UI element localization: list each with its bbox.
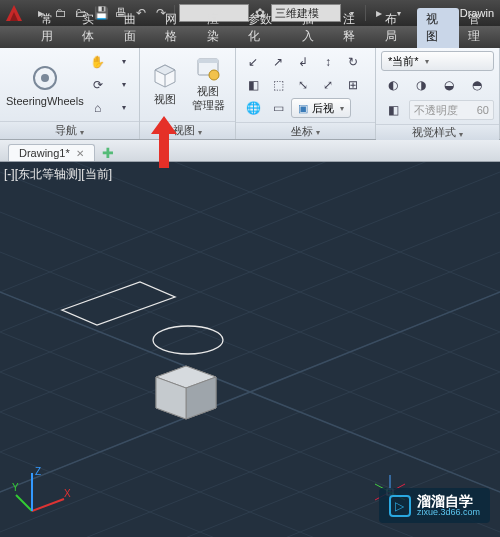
svg-point-1 <box>41 74 49 82</box>
tab-surface[interactable]: 曲面 <box>115 8 156 48</box>
vs-icon-1[interactable]: ◐ <box>381 74 405 96</box>
ucs-icon-4[interactable]: ↕ <box>316 51 340 73</box>
vs-icon-3[interactable]: ◒ <box>437 74 461 96</box>
steeringwheels-icon <box>30 63 60 93</box>
view-mgr-label1: 视图 <box>197 84 219 99</box>
grid-background <box>0 162 500 537</box>
ucs-icon-3[interactable]: ↲ <box>291 51 315 73</box>
rear-view-dd[interactable]: ▣后视 <box>291 98 351 118</box>
ucs-icon-2[interactable]: ↗ <box>266 51 290 73</box>
svg-rect-3 <box>198 59 218 63</box>
opacity-value: 60 <box>477 104 489 116</box>
panel-view: 视图 视图 管理器 视图 <box>140 48 236 139</box>
vs-icon-4[interactable]: ◓ <box>465 74 489 96</box>
nav-dd2-icon[interactable]: ▾ <box>112 74 136 96</box>
zoom-extents-icon[interactable]: ⌂ <box>86 97 110 119</box>
tab-home[interactable]: 常用 <box>32 8 73 48</box>
tab-layout[interactable]: 布局 <box>376 8 417 48</box>
panel-coords-title: 坐标 <box>291 124 313 139</box>
panel-nav-dd-icon[interactable] <box>80 125 84 137</box>
tab-manage[interactable]: 管理 <box>459 8 500 48</box>
new-tab-button[interactable]: ✚ <box>99 145 117 161</box>
svg-text:Z: Z <box>35 466 41 477</box>
panel-nav: SteeringWheels ✋ ⟳ ⌂ ▾ ▾ ▾ 导航 <box>0 48 140 139</box>
ucs-icon-8[interactable]: ⤡ <box>291 74 315 96</box>
watermark: ▷ 溜溜自学 zixue.3d66.com <box>379 488 490 523</box>
file-tab-drawing1[interactable]: Drawing1* ✕ <box>8 144 95 161</box>
ucs-icon-7[interactable]: ⬚ <box>266 74 290 96</box>
opacity-label: 不透明度 <box>414 103 458 118</box>
play-icon: ▷ <box>389 495 411 517</box>
tab-view[interactable]: 视图 <box>417 8 458 48</box>
view-mgr-label2: 管理器 <box>192 98 225 113</box>
ucs-world-icon[interactable]: 🌐 <box>241 97 265 119</box>
tab-annot[interactable]: 注释 <box>334 8 375 48</box>
panel-visual: *当前* ◐ ◑ ◒ ◓ ◧ 不透明度 60 视觉样式 <box>376 48 500 139</box>
svg-line-33 <box>32 499 64 511</box>
pan-icon[interactable]: ✋ <box>86 51 110 73</box>
ucs-icon-10[interactable]: ⊞ <box>341 74 365 96</box>
panel-nav-title: 导航 <box>55 123 77 138</box>
file-tabs: Drawing1* ✕ ✚ <box>0 140 500 162</box>
ucs-icon-9[interactable]: ⤢ <box>316 74 340 96</box>
svg-line-35 <box>16 495 32 511</box>
panel-view-title: 视图 <box>173 123 195 138</box>
app-logo[interactable] <box>0 0 28 26</box>
file-tab-label: Drawing1* <box>19 147 70 159</box>
panel-coords: ↙ ↗ ↲ ↕ ↻ ◧ ⬚ ⤡ ⤢ ⊞ 🌐 ▭ ▣后视 坐标 <box>236 48 376 139</box>
current-style-dd[interactable]: *当前* <box>381 51 494 71</box>
ucs-icon-6[interactable]: ◧ <box>241 74 265 96</box>
orbit-icon[interactable]: ⟳ <box>86 74 110 96</box>
svg-text:X: X <box>64 488 71 499</box>
model-viewport[interactable]: [-][东北等轴测][当前] X Y Z ▷ 溜溜自学 zixue.3d66.c… <box>0 162 500 537</box>
panel-coords-dd-icon[interactable] <box>316 125 320 137</box>
steeringwheels-label: SteeringWheels <box>6 95 84 107</box>
view-button[interactable]: 视图 <box>146 52 184 118</box>
tab-mesh[interactable]: 网格 <box>156 8 197 48</box>
view-manager-button[interactable]: 视图 管理器 <box>188 52 229 118</box>
panel-visual-dd-icon[interactable] <box>459 127 463 139</box>
tab-solid[interactable]: 实体 <box>73 8 114 48</box>
svg-text:Y: Y <box>12 482 19 493</box>
vs-shadow-icon[interactable]: ◧ <box>381 99 405 121</box>
vs-icon-2[interactable]: ◑ <box>409 74 433 96</box>
tab-insert[interactable]: 插入 <box>293 8 334 48</box>
watermark-url: zixue.3d66.com <box>417 508 480 517</box>
ucs-icon-1[interactable]: ↙ <box>241 51 265 73</box>
svg-rect-5 <box>0 162 500 537</box>
ucs-icon: X Y Z <box>12 465 72 525</box>
close-tab-icon[interactable]: ✕ <box>76 148 84 159</box>
nav-dd3-icon[interactable]: ▾ <box>112 97 136 119</box>
ribbon-tabs: 常用 实体 曲面 网格 渲染 参数化 插入 注释 布局 视图 管理 <box>0 26 500 48</box>
opacity-field[interactable]: 不透明度 60 <box>409 100 494 120</box>
current-style-label: *当前* <box>388 54 419 69</box>
tab-render[interactable]: 渲染 <box>198 8 239 48</box>
view-mgr-icon <box>195 56 221 82</box>
view-label: 视图 <box>154 92 176 107</box>
nav-dd1-icon[interactable]: ▾ <box>112 51 136 73</box>
ribbon: SteeringWheels ✋ ⟳ ⌂ ▾ ▾ ▾ 导航 <box>0 48 500 140</box>
steeringwheels-button[interactable]: SteeringWheels <box>6 52 84 118</box>
ucs-icon-5[interactable]: ↻ <box>341 51 365 73</box>
watermark-brand: 溜溜自学 <box>417 494 480 508</box>
tab-param[interactable]: 参数化 <box>239 8 292 48</box>
view-cube-icon <box>151 62 179 90</box>
svg-point-4 <box>209 70 219 80</box>
rear-view-label: 后视 <box>312 101 334 116</box>
panel-visual-title: 视觉样式 <box>412 125 456 140</box>
viewport-label[interactable]: [-][东北等轴测][当前] <box>4 166 112 183</box>
ucs-named-icon[interactable]: ▭ <box>266 97 290 119</box>
panel-view-dd-icon[interactable] <box>198 125 202 137</box>
